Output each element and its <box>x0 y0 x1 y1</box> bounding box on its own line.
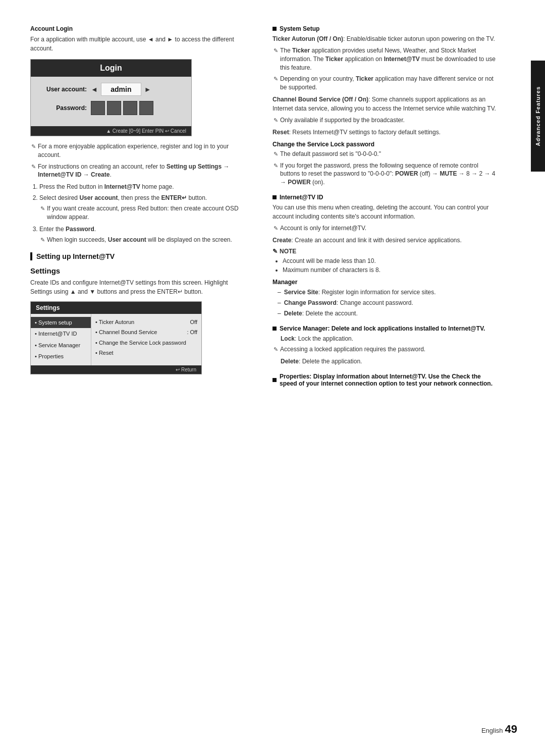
channel-note-text: Only available if supported by the broad… <box>280 116 405 125</box>
service-manager-bullet <box>272 327 277 331</box>
service-manager-header: Service Manager: Delete and lock applica… <box>272 325 500 332</box>
note-line-2: ✎ For instructions on creating an accoun… <box>30 163 247 180</box>
properties-heading: Properties: Display information about In… <box>280 373 500 387</box>
arrow-left-icon[interactable]: ◄ <box>91 85 98 93</box>
login-box-footer: ▲ Create [0~9] Enter PIN ↩ Cancel <box>31 126 191 136</box>
lock-note: ✎ Accessing a locked application require… <box>272 345 500 354</box>
note-item-2: Maximum number of characters is 8. <box>283 265 500 275</box>
internet-tv-id-note-symbol: ✎ <box>274 225 278 232</box>
pwd-block-1 <box>91 101 105 115</box>
service-site-item: – Service Site: Register login informati… <box>272 288 500 297</box>
step-3-note-symbol: ✎ <box>40 236 45 244</box>
settings-title: Settings <box>30 266 247 275</box>
dash-1: – <box>278 288 281 297</box>
page-number: 49 <box>505 723 517 736</box>
step-2: Select desired User account, then press … <box>39 193 247 222</box>
change-lock-heading: Change the Service Lock password <box>272 141 500 148</box>
settings-box-body: • System setup • Internet@TV ID • Servic… <box>31 314 201 365</box>
internet-tv-id-body: You can use this menu when creating, del… <box>272 203 500 221</box>
password-row: Password: <box>39 101 183 115</box>
note-symbol-1: ✎ <box>31 143 36 150</box>
settings-footer-text: ↩ Return <box>176 367 196 372</box>
ticker-note-symbol: ✎ <box>274 47 278 55</box>
settings-right-reset: • Reset <box>95 348 197 358</box>
reset-body: Reset: Resets Internet@TV settings to fa… <box>272 128 500 137</box>
system-setup-bullet <box>272 27 277 31</box>
step-3-note-text: When login succeeds, User account will b… <box>47 236 232 244</box>
page-footer: English 49 <box>481 723 517 736</box>
settings-reset-label: • Reset <box>95 349 114 357</box>
dash-3: – <box>278 309 281 318</box>
note-box-header: ✎ NOTE <box>272 248 500 255</box>
step-2-note-text: If you want create account, press Red bu… <box>47 204 247 222</box>
properties-section: Properties: Display information about In… <box>272 373 500 387</box>
channel-note: ✎ Only available if supported by the bro… <box>272 116 500 125</box>
settings-menu-system-setup[interactable]: • System setup <box>31 317 91 329</box>
note-item-1: Account will be made less than 10. <box>283 256 500 265</box>
pwd-block-4 <box>139 101 153 115</box>
settings-right-ticker: • Ticker Autorun Off <box>95 317 197 328</box>
note-symbol-icon: ✎ <box>272 248 278 255</box>
settings-left-menu: • System setup • Internet@TV ID • Servic… <box>31 314 91 365</box>
change-password-text: Change Password: Change account password… <box>284 298 413 307</box>
system-setup-section: System Setup Ticker Autorun (Off / On): … <box>272 25 500 187</box>
account-login-heading: Account Login <box>30 25 247 32</box>
internet-tv-id-note-text: Account is only for internet@TV. <box>280 224 366 233</box>
change-lock-note2-text: If you forget the password, press the fo… <box>280 161 500 187</box>
user-account-label: User account: <box>39 86 87 93</box>
step-3-note: ✎ When login succeeds, User account will… <box>39 236 247 244</box>
settings-lock-label: • Change the Service Lock password <box>95 339 186 347</box>
settings-menu-internet-tv[interactable]: • Internet@TV ID <box>31 328 91 340</box>
change-lock-note1-symbol: ✎ <box>274 150 278 158</box>
channel-bound-body: Channel Bound Service (Off / On): Some c… <box>272 95 500 113</box>
arrow-right-icon[interactable]: ► <box>144 85 151 93</box>
settings-footer: ↩ Return <box>31 365 201 374</box>
change-lock-note2-symbol: ✎ <box>274 162 278 170</box>
internet-tv-id-section: Internet@TV ID You can use this menu whe… <box>272 194 500 318</box>
user-account-row: User account: ◄ admin ► <box>39 83 183 96</box>
setting-up-heading: Setting up Internet@TV <box>30 252 247 260</box>
service-manager-section: Service Manager: Delete and lock applica… <box>272 325 500 366</box>
note-symbol-2: ✎ <box>31 163 36 171</box>
login-box: Login User account: ◄ admin ► Password: <box>30 59 192 136</box>
password-blocks <box>91 101 153 115</box>
change-lock-note2: ✎ If you forget the password, press the … <box>272 161 500 187</box>
system-setup-heading: System Setup <box>280 25 319 32</box>
settings-box: Settings • System setup • Internet@TV ID… <box>30 301 202 374</box>
settings-box-title: Settings <box>31 302 201 314</box>
note-box-title: NOTE <box>280 248 296 255</box>
note-text-1: For a more enjoyable application experie… <box>38 142 247 159</box>
country-note: ✎ Depending on your country, Ticker appl… <box>272 75 500 92</box>
ticker-note-text: The Ticker application provides useful N… <box>280 46 500 72</box>
step-2-note: ✎ If you want create account, press Red … <box>39 204 247 222</box>
login-box-body: User account: ◄ admin ► Password: <box>31 77 191 126</box>
delete-app-body: Delete: Delete the application. <box>272 357 500 366</box>
note-line-1: ✎ For a more enjoyable application exper… <box>30 142 247 159</box>
system-setup-header: System Setup <box>272 25 500 32</box>
country-note-text: Depending on your country, Ticker applic… <box>280 75 500 92</box>
page-lang: English <box>481 727 503 734</box>
settings-ticker-label: • Ticker Autorun <box>95 318 134 327</box>
lock-note-text: Accessing a locked application requires … <box>280 345 425 354</box>
change-lock-note1-text: The default password set is "0-0-0-0." <box>280 150 381 158</box>
settings-ticker-value: Off <box>190 318 197 327</box>
step-2-note-symbol: ✎ <box>40 205 45 212</box>
side-tab-label: Advanced Features <box>535 86 541 146</box>
service-site-text: Service Site: Register login information… <box>284 288 436 297</box>
pwd-block-3 <box>123 101 137 115</box>
settings-channel-value: : Off <box>187 328 197 337</box>
step-1: Press the Red button in Internet@TV home… <box>39 182 247 191</box>
note-text-2: For instructions on creating an account,… <box>38 163 247 180</box>
channel-note-symbol: ✎ <box>274 117 278 124</box>
side-tab: Advanced Features <box>531 61 545 172</box>
user-account-input-area: ◄ admin ► <box>91 83 151 96</box>
internet-tv-id-bullet <box>272 195 277 199</box>
password-label: Password: <box>39 104 87 112</box>
lock-body: Lock: Lock the application. <box>272 334 500 343</box>
change-lock-note1: ✎ The default password set is "0-0-0-0." <box>272 150 500 158</box>
settings-menu-service-manager[interactable]: • Service Manager <box>31 340 91 351</box>
manager-heading: Manager <box>272 279 500 286</box>
settings-body: Create IDs and configure Internet@TV set… <box>30 278 247 296</box>
settings-menu-properties[interactable]: • Properties <box>31 351 91 362</box>
login-box-title: Login <box>31 60 191 77</box>
